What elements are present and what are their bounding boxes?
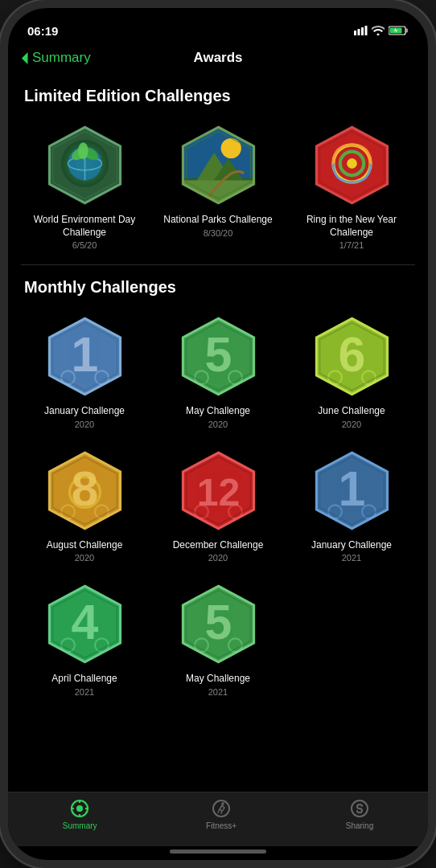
svg-rect-1 [358, 29, 360, 35]
badge-year-apr-2021: 2021 [75, 687, 94, 697]
badge-name-jun-2020: June Challenge [318, 405, 385, 418]
svg-rect-0 [354, 31, 356, 35]
badge-name-jan-2020: January Challenge [44, 405, 125, 418]
svg-rect-3 [365, 26, 368, 35]
monthly-badges-grid: 1 January Challenge 2020 [21, 308, 415, 703]
nav-header: Summary Awards [8, 43, 428, 74]
badge-name-jan-2021: January Challenge [311, 539, 392, 552]
svg-text:6: 6 [338, 328, 365, 383]
section-divider [21, 264, 415, 265]
badge-jan-2020[interactable]: 1 January Challenge 2020 [21, 308, 148, 436]
status-icons [354, 26, 409, 35]
svg-point-102 [213, 800, 229, 817]
badge-may-2021[interactable]: 5 May Challenge 2021 [154, 575, 282, 703]
svg-text:5: 5 [204, 328, 232, 383]
badge-ring-new-year[interactable]: Ring in the New Year Challenge 1/7/21 [288, 117, 415, 256]
svg-text:1: 1 [338, 461, 365, 516]
back-label: Summary [32, 50, 91, 66]
battery-icon [389, 26, 409, 35]
svg-text:5: 5 [204, 596, 232, 650]
section-monthly: Monthly Challenges 1 [21, 278, 415, 703]
tab-sharing[interactable]: Sharing [346, 799, 373, 830]
svg-text:12: 12 [196, 470, 240, 514]
badge-national-parks[interactable]: National Parks Challenge 8/30/20 [154, 117, 282, 256]
content-area: Limited Edition Challenges [8, 74, 428, 792]
badge-icon-jun-2020: 6 [310, 314, 394, 399]
badge-date-national-parks: 8/30/20 [204, 228, 233, 238]
badge-icon-jan-2020: 1 [43, 314, 127, 399]
badge-icon-jan-2021: 1 [310, 448, 394, 533]
badge-icon-dec-2020: 12 [176, 448, 261, 533]
svg-point-101 [76, 805, 83, 812]
badge-year-aug-2020: 2020 [75, 553, 94, 563]
badge-may-2020[interactable]: 5 May Challenge 2020 [154, 308, 282, 436]
tab-summary[interactable]: Summary [63, 799, 97, 830]
badge-name-aug-2020: August Challenge [47, 539, 123, 552]
svg-text:1: 1 [71, 328, 98, 383]
badge-name-world-env: World Environment Day Challenge [24, 214, 145, 239]
badge-name-may-2021: May Challenge [186, 673, 250, 686]
svg-point-32 [347, 158, 357, 169]
limited-badges-grid: World Environment Day Challenge 6/5/20 [21, 117, 415, 256]
badge-icon-national-parks [176, 123, 261, 207]
tab-fitness-label: Fitness+ [206, 821, 237, 830]
wifi-icon [372, 26, 385, 35]
status-time: 06:19 [27, 24, 58, 38]
back-button[interactable]: Summary [21, 50, 91, 66]
badge-apr-2021[interactable]: 4 April Challenge 2021 [21, 575, 148, 703]
section-title-limited: Limited Edition Challenges [24, 87, 415, 105]
section-title-monthly: Monthly Challenges [24, 278, 415, 297]
badge-dec-2020[interactable]: 12 December Challenge 2020 [154, 442, 282, 570]
badge-icon-may-2020: 5 [176, 314, 261, 399]
tab-sharing-label: Sharing [346, 821, 373, 830]
badge-name-may-2020: May Challenge [186, 405, 250, 418]
badge-year-dec-2020: 2020 [208, 553, 228, 563]
page-title: Awards [193, 50, 242, 66]
badge-icon-ring-new-year [310, 123, 394, 207]
badge-icon-world-env [43, 123, 127, 207]
svg-point-103 [221, 802, 224, 805]
badge-jan-2021[interactable]: 1 January Challenge 2021 [288, 442, 415, 570]
tab-bar: Summary Fitness+ Sharing [8, 792, 428, 846]
badge-name-dec-2020: December Challenge [173, 539, 264, 552]
badge-icon-apr-2021: 4 [43, 582, 127, 666]
badge-date-ring-new-year: 1/7/21 [339, 240, 364, 250]
badge-date-world-env: 6/5/20 [72, 240, 97, 250]
badge-year-jun-2020: 2020 [342, 420, 361, 429]
svg-point-15 [78, 142, 88, 159]
badge-year-may-2021: 2021 [208, 687, 228, 697]
tab-summary-label: Summary [63, 821, 97, 830]
svg-rect-5 [406, 29, 409, 33]
badge-year-jan-2020: 2020 [75, 420, 94, 429]
badge-world-env[interactable]: World Environment Day Challenge 6/5/20 [21, 117, 148, 256]
badge-year-may-2020: 2020 [208, 420, 228, 429]
badge-aug-2020[interactable]: 8 August Challenge 2020 [21, 442, 148, 570]
home-indicator [170, 850, 266, 854]
tab-fitness[interactable]: Fitness+ [206, 799, 237, 830]
svg-text:4: 4 [71, 596, 98, 650]
signal-icon [354, 26, 368, 35]
section-limited: Limited Edition Challenges [21, 87, 415, 256]
badge-name-apr-2021: April Challenge [51, 673, 117, 686]
badge-name-national-parks: National Parks Challenge [163, 214, 272, 227]
badge-icon-aug-2020: 8 [43, 448, 127, 533]
badge-name-ring-new-year: Ring in the New Year Challenge [291, 214, 412, 239]
badge-icon-may-2021: 5 [176, 582, 261, 666]
badge-year-jan-2021: 2021 [342, 553, 361, 563]
svg-rect-2 [361, 27, 364, 35]
badge-jun-2020[interactable]: 6 June Challenge 2020 [288, 308, 415, 436]
